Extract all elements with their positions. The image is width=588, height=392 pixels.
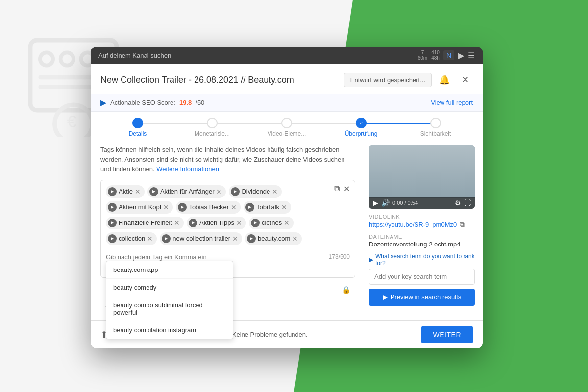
top-bar-icons: 7 60m 410 48h N ▶ ☰ [418,50,475,61]
tags-box-actions: ⧉ ✕ [334,184,350,194]
more-info-link[interactable]: Weitere Informationen [156,165,219,172]
seo-full-report-link[interactable]: View full report [431,99,473,106]
close-icon: ✕ [462,74,469,85]
tag-remove-dividende[interactable]: ✕ [272,188,278,195]
tag-remove-clothes[interactable]: ✕ [284,220,290,226]
step-monetarisierung[interactable]: Monetarisie... [175,118,249,137]
tag-chip-tobitalk: ▶ TobiTalk ✕ [244,201,291,214]
tag-play-icon: ▶ [251,219,260,227]
hd-badge: N [443,50,454,60]
preview-btn-label: Preview in search results [391,294,462,301]
tag-chip-aktien-tipps: ▶ Aktien Tipps ✕ [187,217,246,229]
autocomplete-dropdown: beauty.com app beauty comedy beauty comb… [106,261,233,339]
tag-play-icon: ▶ [108,234,117,243]
autocomplete-item-4[interactable]: beauty compilation instagram [106,321,233,339]
tag-remove-aktien-anfanger[interactable]: ✕ [216,188,222,195]
video-info: Videolink https://youtu.be/SR-9_pm0Mz0 ⧉… [369,214,475,248]
play-button[interactable]: ▶ [373,199,378,207]
step-sichtbarkeit-label: Sichtbarkeit [420,130,451,137]
tag-chip-beauty-com: ▶ beauty.com ✕ [245,232,302,245]
tag-chip-aktie: ▶ Aktie ✕ [106,185,145,198]
tag-play-icon: ▶ [178,203,187,212]
tag-play-icon: ▶ [231,187,240,196]
step-video-elemente[interactable]: Video-Eleme... [249,118,324,137]
tag-count: 173/500 [329,253,350,260]
modal-header-actions: Entwurf wird gespeichert... 🔔 ✕ [344,72,473,88]
step-details-label: Details [129,130,147,137]
tag-remove-tobias-becker[interactable]: ✕ [231,204,237,211]
preview-search-results-button[interactable]: ▶ Preview in search results [369,289,475,306]
top-bar: Auf deinem Kanal suchen 7 60m 410 48h N … [91,47,483,64]
tag-chip-clothes: ▶ clothes ✕ [249,217,294,229]
left-column: Tags können hilfreich sein, wenn die Inh… [91,137,365,320]
video-preview: ▶ 🔊 0:00 / 0:54 ⚙ ⛶ [369,145,475,209]
tag-remove-aktie[interactable]: ✕ [135,188,141,195]
search-term-section: ▶ What search term do you want to rank f… [369,253,475,306]
clear-tags-icon[interactable]: ✕ [343,184,350,194]
filename-label: Dateiname [369,234,475,240]
svg-point-2 [61,52,74,65]
step-details[interactable]: Details [100,118,175,137]
tag-play-icon: ▶ [245,203,254,212]
video-thumbnail [369,145,475,198]
modal-content: New Collection Trailer - 26.08.2021 // B… [91,64,483,348]
notification-icon: 🔔 [439,74,450,85]
stat-1: 7 60m [418,50,427,61]
step-uberpfung[interactable]: ✓ Überprüfung [324,118,398,137]
tag-remove-collection[interactable]: ✕ [147,235,153,242]
step-video-elemente-label: Video-Eleme... [268,130,306,137]
tag-remove-beauty-com[interactable]: ✕ [292,235,298,242]
search-term-input[interactable] [369,269,475,285]
search-term-label: ▶ What search term do you want to rank f… [369,253,475,267]
tag-input[interactable] [106,253,329,261]
tag-play-icon: ▶ [108,187,117,196]
modal-title: New Collection Trailer - 26.08.2021 // B… [100,75,294,85]
tag-chip-aktien-anfanger: ▶ Aktien für Anfänger ✕ [147,185,226,198]
video-time: 0:00 / 0:54 [392,200,418,206]
right-column: ▶ 🔊 0:00 / 0:54 ⚙ ⛶ [365,137,483,320]
tag-remove-aktien-tipps[interactable]: ✕ [236,220,242,226]
step-uberpfung-label: Überprüfung [345,130,378,137]
svg-point-1 [40,52,53,65]
weiter-button[interactable]: WEITER [421,326,473,343]
copy-tags-icon[interactable]: ⧉ [334,184,340,194]
step-sichtbarkeit-circle [430,118,441,128]
step-video-elemente-circle [281,118,292,128]
settings-icon: ⚙ [455,199,461,207]
step-monetarisierung-label: Monetarisie... [195,130,230,137]
tag-remove-new-collection-trailer[interactable]: ✕ [232,235,238,242]
tag-remove-tobitalk[interactable]: ✕ [281,204,287,211]
autocomplete-item-1[interactable]: beauty.com app [106,261,233,279]
seo-label: Actionable SEO Score: [110,99,175,106]
copy-link-button[interactable]: ⧉ [460,220,465,229]
step-uberpfung-circle: ✓ [356,118,367,128]
play-icon: ▶ [373,199,378,207]
svg-rect-5 [39,85,93,89]
notification-button[interactable]: 🔔 [437,72,452,88]
tag-chip-finanzielle-freiheit: ▶ Finanzielle Freiheit ✕ [106,217,184,229]
volume-button[interactable]: 🔊 [381,199,390,207]
terminal-icon[interactable]: ▶ [458,51,464,60]
autocomplete-item-2[interactable]: beauty comedy [106,279,233,296]
tag-play-icon: ▶ [108,219,117,227]
tag-chip-aktien-kopf: ▶ Aktien mit Kopf ✕ [106,201,173,214]
settings-button[interactable]: ⚙ [455,199,461,207]
tags-box: ⧉ ✕ ▶ Aktie ✕ ▶ Akti [100,180,355,278]
menu-icon[interactable]: ☰ [468,51,475,60]
description-text: Tags können hilfreich sein, wenn die Inh… [100,145,355,174]
autocomplete-item-3[interactable]: beauty combo subliminal forced powerful [106,296,233,321]
tag-input-area: 173/500 [106,249,350,261]
search-term-icon: ▶ [369,256,373,263]
fullscreen-button[interactable]: ⛶ [464,199,471,207]
svg-text:€: € [67,112,77,131]
tag-remove-aktien-kopf[interactable]: ✕ [163,204,169,211]
volume-icon: 🔊 [381,199,390,207]
tag-play-icon: ▶ [247,234,256,243]
videolink-value-row: https://youtu.be/SR-9_pm0Mz0 ⧉ [369,220,475,229]
close-modal-button[interactable]: ✕ [457,72,473,88]
tag-play-icon: ▶ [108,203,117,212]
lock-icon[interactable]: 🔒 [342,286,350,294]
step-sichtbarkeit[interactable]: Sichtbarkeit [398,118,473,137]
draft-save-button[interactable]: Entwurf wird gespeichert... [344,73,432,87]
tag-remove-finanzielle-freiheit[interactable]: ✕ [174,220,180,226]
